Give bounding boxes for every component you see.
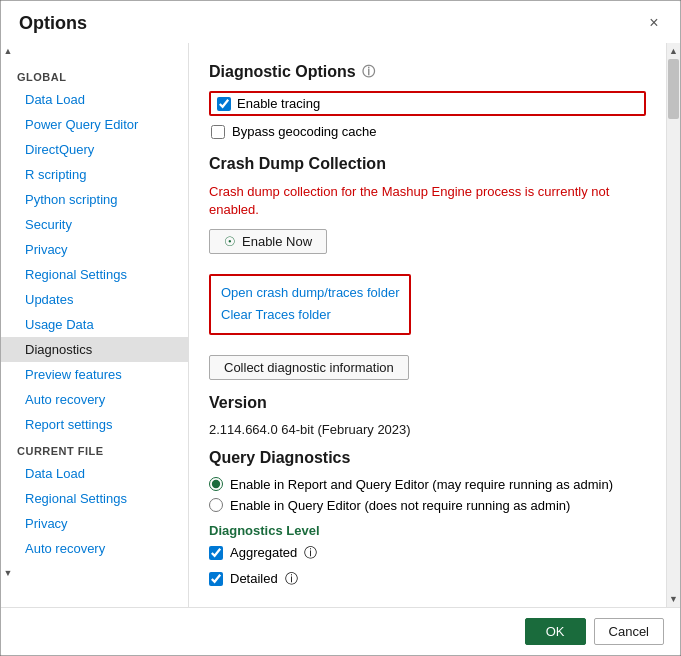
titlebar: Options × <box>1 1 680 43</box>
scroll-thumb <box>668 59 679 119</box>
version-value: 2.114.664.0 64-bit (February 2023) <box>209 422 646 437</box>
sidebar-item-data-load[interactable]: Data Load <box>1 87 188 112</box>
aggregated-row: Aggregated ⓘ <box>209 544 646 562</box>
sidebar-item-usage-data[interactable]: Usage Data <box>1 312 188 337</box>
detailed-label: Detailed <box>230 571 278 586</box>
radio-enable-report-query[interactable] <box>209 477 223 491</box>
current-section-label: CURRENT FILE <box>1 437 188 461</box>
enable-now-button[interactable]: ☉ Enable Now <box>209 229 327 254</box>
radio-enable-query-editor[interactable] <box>209 498 223 512</box>
version-section: Version 2.114.664.0 64-bit (February 202… <box>209 394 646 437</box>
sidebar-item-privacy[interactable]: Privacy <box>1 237 188 262</box>
detailed-checkbox[interactable] <box>209 572 223 586</box>
enable-tracing-checkbox[interactable] <box>217 97 231 111</box>
crash-dump-section: Crash Dump Collection Crash dump collect… <box>209 155 646 254</box>
diagnostic-options-title: Diagnostic Options ⓘ <box>209 63 646 81</box>
radio-1-label: Enable in Report and Query Editor (may r… <box>230 477 613 492</box>
clear-traces-link[interactable]: Clear Traces folder <box>221 304 399 326</box>
options-dialog: Options × ▲ GLOBAL Data Load Power Query… <box>0 0 681 656</box>
scroll-up-arrow[interactable]: ▲ <box>667 43 681 59</box>
ok-button[interactable]: OK <box>525 618 586 645</box>
close-button[interactable]: × <box>642 11 666 35</box>
open-crash-dump-link[interactable]: Open crash dump/traces folder <box>221 282 399 304</box>
aggregated-checkbox[interactable] <box>209 546 223 560</box>
query-diagnostics-title: Query Diagnostics <box>209 449 646 467</box>
dialog-body: ▲ GLOBAL Data Load Power Query Editor Di… <box>1 43 680 607</box>
sidebar: GLOBAL Data Load Power Query Editor Dire… <box>1 59 189 565</box>
enable-tracing-row: Enable tracing <box>209 91 646 116</box>
dialog-title: Options <box>19 13 87 34</box>
sidebar-wrapper: ▲ GLOBAL Data Load Power Query Editor Di… <box>1 43 189 607</box>
sidebar-scroll-down[interactable]: ▼ <box>1 565 15 581</box>
radio-row-2: Enable in Query Editor (does not require… <box>209 498 646 513</box>
sidebar-item-preview-features[interactable]: Preview features <box>1 362 188 387</box>
dialog-footer: OK Cancel <box>1 607 680 655</box>
sidebar-item-r-scripting[interactable]: R scripting <box>1 162 188 187</box>
sidebar-item-directquery[interactable]: DirectQuery <box>1 137 188 162</box>
sidebar-item-diagnostics[interactable]: Diagnostics <box>1 337 188 362</box>
radio-2-label: Enable in Query Editor (does not require… <box>230 498 570 513</box>
scroll-down-arrow[interactable]: ▼ <box>667 591 681 607</box>
sidebar-item-current-data-load[interactable]: Data Load <box>1 461 188 486</box>
right-scrollbar: ▲ ▼ <box>666 43 680 607</box>
sidebar-item-power-query-editor[interactable]: Power Query Editor <box>1 112 188 137</box>
diagnostics-level-title: Diagnostics Level <box>209 523 646 538</box>
sidebar-item-current-regional-settings[interactable]: Regional Settings <box>1 486 188 511</box>
collect-diagnostic-button[interactable]: Collect diagnostic information <box>209 355 409 380</box>
radio-row-1: Enable in Report and Query Editor (may r… <box>209 477 646 492</box>
sidebar-item-report-settings[interactable]: Report settings <box>1 412 188 437</box>
sidebar-item-updates[interactable]: Updates <box>1 287 188 312</box>
bypass-geocoding-label: Bypass geocoding cache <box>232 124 377 139</box>
main-wrapper: Diagnostic Options ⓘ Enable tracing Bypa… <box>189 43 680 607</box>
main-content: Diagnostic Options ⓘ Enable tracing Bypa… <box>189 43 666 607</box>
sidebar-item-current-auto-recovery[interactable]: Auto recovery <box>1 536 188 561</box>
bypass-geocoding-row: Bypass geocoding cache <box>211 124 646 139</box>
crash-dump-description: Crash dump collection for the Mashup Eng… <box>209 183 646 219</box>
aggregated-label: Aggregated <box>230 545 297 560</box>
sidebar-item-security[interactable]: Security <box>1 212 188 237</box>
links-box: Open crash dump/traces folder Clear Trac… <box>209 274 411 334</box>
shield-icon: ☉ <box>224 234 236 249</box>
scroll-track[interactable] <box>667 59 680 591</box>
crash-dump-title: Crash Dump Collection <box>209 155 646 173</box>
detailed-row: Detailed ⓘ <box>209 570 646 588</box>
cancel-button[interactable]: Cancel <box>594 618 664 645</box>
info-icon[interactable]: ⓘ <box>362 63 375 81</box>
sidebar-item-python-scripting[interactable]: Python scripting <box>1 187 188 212</box>
global-section-label: GLOBAL <box>1 63 188 87</box>
query-diagnostics-section: Query Diagnostics Enable in Report and Q… <box>209 449 646 588</box>
aggregated-info-icon[interactable]: ⓘ <box>304 544 317 562</box>
version-title: Version <box>209 394 646 412</box>
sidebar-item-current-privacy[interactable]: Privacy <box>1 511 188 536</box>
enable-tracing-label: Enable tracing <box>237 96 320 111</box>
bypass-geocoding-checkbox[interactable] <box>211 125 225 139</box>
sidebar-item-regional-settings[interactable]: Regional Settings <box>1 262 188 287</box>
sidebar-scroll-up[interactable]: ▲ <box>1 43 15 59</box>
sidebar-item-auto-recovery[interactable]: Auto recovery <box>1 387 188 412</box>
detailed-info-icon[interactable]: ⓘ <box>285 570 298 588</box>
